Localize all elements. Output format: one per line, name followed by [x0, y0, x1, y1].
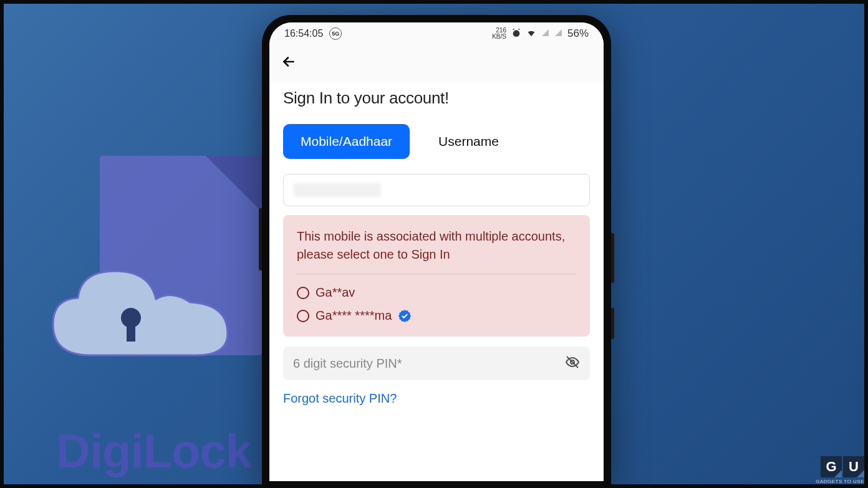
account-option[interactable]: Ga**** ****ma	[297, 309, 576, 323]
watermark: G U GADGETS TO USE	[816, 456, 864, 484]
wifi-icon	[526, 28, 536, 40]
back-arrow-icon[interactable]	[281, 54, 297, 74]
signal-icon	[554, 29, 562, 39]
input-value-redacted	[294, 183, 381, 197]
network-speed: 216KB/S	[492, 27, 506, 40]
security-pin-input[interactable]: 6 digit security PIN*	[283, 347, 590, 380]
alert-message: This mobile is associated with multiple …	[297, 227, 576, 264]
watermark-text: GADGETS TO USE	[816, 479, 864, 484]
status-time: 16:54:05	[284, 28, 323, 39]
phone-screen: 16:54:05 5G 216KB/S 56%	[269, 22, 604, 481]
account-label: Ga**av	[316, 285, 355, 300]
phone-side-button	[611, 308, 614, 339]
auth-tabs: Mobile/Aadhaar Username	[283, 124, 590, 159]
account-option[interactable]: Ga**av	[297, 285, 576, 300]
brand-title: DigiLock	[56, 424, 251, 478]
radio-icon	[297, 287, 309, 299]
verified-badge-icon	[398, 309, 412, 323]
app-header	[269, 45, 604, 82]
status-bar: 16:54:05 5G 216KB/S 56%	[269, 22, 604, 45]
alarm-icon	[511, 28, 521, 40]
svg-point-2	[513, 30, 520, 37]
tab-username[interactable]: Username	[421, 124, 516, 159]
account-label: Ga**** ****ma	[316, 309, 392, 323]
phone-side-button	[611, 233, 614, 283]
signin-content: Sign In to your account! Mobile/Aadhaar …	[269, 82, 604, 481]
svg-rect-1	[127, 323, 135, 342]
phone-side-button	[259, 208, 262, 270]
forgot-pin-link[interactable]: Forgot security PIN?	[283, 391, 590, 406]
cloud-lock-icon	[41, 256, 240, 380]
phone-mockup: 16:54:05 5G 216KB/S 56%	[262, 15, 611, 488]
battery-percent: 56%	[567, 27, 589, 40]
eye-off-icon[interactable]	[565, 355, 580, 373]
pin-placeholder: 6 digit security PIN*	[293, 356, 402, 371]
network-badge-icon: 5G	[329, 27, 342, 40]
signal-icon	[541, 29, 549, 39]
radio-icon	[297, 310, 309, 322]
tab-mobile-aadhaar[interactable]: Mobile/Aadhaar	[283, 124, 410, 159]
alert-divider	[297, 274, 576, 274]
page-title: Sign In to your account!	[283, 89, 590, 108]
multi-account-alert: This mobile is associated with multiple …	[283, 215, 590, 337]
mobile-aadhaar-input[interactable]	[283, 174, 590, 206]
